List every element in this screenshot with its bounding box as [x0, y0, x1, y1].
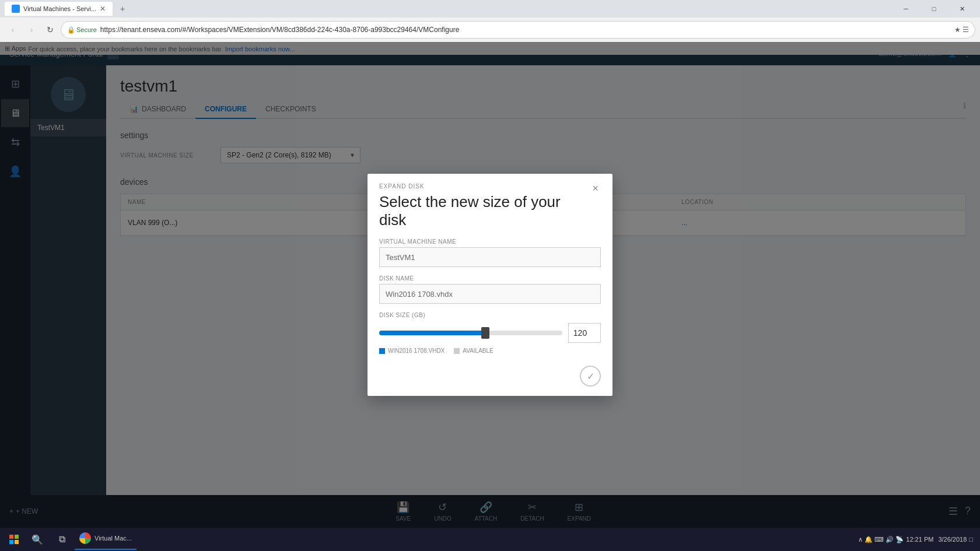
- back-button[interactable]: ‹: [5, 22, 21, 38]
- disk-name-input[interactable]: [379, 284, 601, 304]
- tab-close-button[interactable]: ✕: [100, 5, 106, 13]
- slider-container: [379, 323, 601, 343]
- modal-label: EXPAND DISK: [379, 183, 590, 189]
- expand-disk-modal: EXPAND DISK Select the new size of your …: [368, 174, 612, 396]
- chrome-icon: [79, 532, 91, 544]
- browser-titlebar: Virtual Machines - Servi... ✕ + ─ □ ✕: [0, 0, 980, 17]
- modal-overlay: EXPAND DISK Select the new size of your …: [0, 42, 980, 528]
- taskbar-icons: 🔍 ⧉ Virtual Mac...: [26, 528, 136, 551]
- slider-legend: WIN2016 1708.VHDX AVAILABLE: [379, 348, 601, 354]
- disk-size-label: DISK SIZE (GB): [379, 312, 601, 318]
- url-text: https://tenant.enseva.com/#/Workspaces/V…: [100, 26, 459, 34]
- browser-toolbar: ‹ › ↻ 🔒 Secure https://tenant.enseva.com…: [0, 17, 980, 42]
- new-tab-button[interactable]: +: [115, 2, 130, 16]
- modal-footer: ✓: [368, 366, 612, 396]
- browser-tab[interactable]: Virtual Machines - Servi... ✕: [5, 2, 113, 16]
- legend-available: AVAILABLE: [454, 348, 493, 354]
- browser-chrome: Virtual Machines - Servi... ✕ + ─ □ ✕ ‹ …: [0, 0, 980, 42]
- modal-body: VIRTUAL MACHINE NAME DISK NAME DISK SIZE…: [368, 234, 612, 366]
- close-button[interactable]: ✕: [949, 0, 975, 17]
- modal-close-button[interactable]: ×: [590, 183, 601, 194]
- vm-name-field-label: VIRTUAL MACHINE NAME: [379, 238, 601, 245]
- legend-win2016: WIN2016 1708.VHDX: [379, 348, 444, 354]
- legend-label-available: AVAILABLE: [463, 348, 493, 354]
- tab-favicon: [12, 5, 20, 13]
- window-controls: ─ □ ✕: [892, 0, 975, 17]
- tab-title: Virtual Machines - Servi...: [23, 5, 96, 12]
- disk-size-slider[interactable]: [379, 331, 562, 335]
- taskbar-task-view[interactable]: ⧉: [50, 528, 74, 551]
- slider-thumb[interactable]: [481, 327, 489, 339]
- maximize-button[interactable]: □: [921, 0, 947, 17]
- taskbar-time: 12:21 PM: [906, 536, 933, 543]
- start-button[interactable]: [2, 528, 26, 551]
- address-bar-icons: ★ ☰: [954, 26, 969, 34]
- taskbar-app-label: Virtual Mac...: [94, 535, 132, 542]
- legend-dot-win2016: [379, 348, 385, 354]
- modal-title: Select the new size of your disk: [379, 193, 590, 229]
- windows-logo: [9, 535, 19, 544]
- vm-name-field-group: VIRTUAL MACHINE NAME: [379, 238, 601, 267]
- modal-header: EXPAND DISK Select the new size of your …: [368, 174, 612, 234]
- address-bar[interactable]: 🔒 Secure https://tenant.enseva.com/#/Wor…: [61, 21, 975, 38]
- secure-badge: 🔒 Secure: [67, 26, 97, 34]
- vm-name-input[interactable]: [379, 247, 601, 267]
- taskbar-chrome-app[interactable]: Virtual Mac...: [75, 528, 136, 550]
- disk-size-input[interactable]: [568, 323, 601, 343]
- forward-button[interactable]: ›: [23, 22, 40, 38]
- disk-name-field-label: DISK NAME: [379, 275, 601, 282]
- reload-button[interactable]: ↻: [42, 22, 58, 38]
- taskbar-tray-icons: ∧ 🔔 ⌨ 🔊 📡: [858, 536, 904, 543]
- legend-label-win2016: WIN2016 1708.VHDX: [388, 348, 444, 354]
- confirm-icon: ✓: [587, 371, 594, 382]
- slider-fill: [379, 331, 485, 335]
- taskbar-notification[interactable]: □: [969, 536, 973, 543]
- confirm-button[interactable]: ✓: [580, 366, 601, 387]
- legend-dot-available: [454, 348, 460, 354]
- taskbar-date: 3/26/2018: [938, 536, 967, 543]
- taskbar-tray: ∧ 🔔 ⌨ 🔊 📡 12:21 PM 3/26/2018 □: [858, 536, 978, 543]
- disk-size-section: DISK SIZE (GB) WIN2016 1708.VHDX: [379, 312, 601, 354]
- minimize-button[interactable]: ─: [892, 0, 919, 17]
- taskbar: 🔍 ⧉ Virtual Mac... ∧ 🔔 ⌨ 🔊 📡 12:21 PM 3/…: [0, 528, 980, 551]
- disk-name-field-group: DISK NAME: [379, 275, 601, 304]
- taskbar-search[interactable]: 🔍: [26, 528, 49, 551]
